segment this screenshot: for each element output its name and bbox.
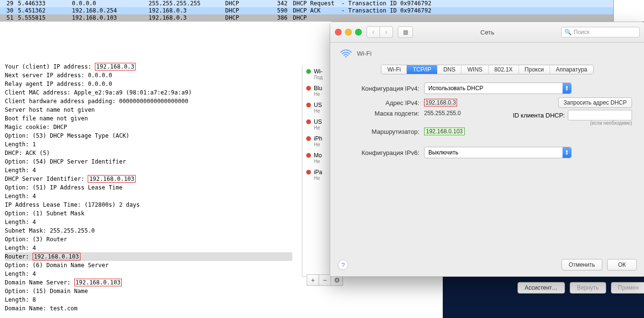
ipv4-config-value: Использовать DHCP — [428, 85, 483, 92]
status-dot-icon — [306, 86, 311, 91]
revert-button[interactable]: Вернуть — [570, 282, 606, 294]
dns-option-value: 192.168.0.103 — [74, 279, 122, 286]
detail-line: Server host name not given — [5, 106, 302, 114]
sidebar-item-label: US — [314, 102, 322, 108]
window-title: Сеть — [481, 29, 494, 36]
grid-icon: ▦ — [403, 29, 408, 35]
tab-8021x[interactable]: 802.1X — [489, 65, 519, 74]
help-button[interactable]: ? — [338, 259, 348, 270]
close-window-button[interactable] — [335, 29, 342, 35]
detail-line: DHCP Server Identifier: — [5, 176, 88, 182]
detail-line: DHCP: ACK (5) — [5, 149, 302, 157]
subnet-mask-label: Маска подсети: — [343, 110, 419, 117]
sidebar-item[interactable]: Blu — [302, 82, 331, 93]
wifi-icon — [340, 48, 352, 58]
dhcp-client-id-input[interactable] — [568, 110, 632, 120]
detail-line: Option: (53) DHCP Message Type (ACK) — [5, 131, 302, 140]
router-option-value: 192.168.0.103 — [33, 253, 80, 260]
status-dot-icon — [306, 119, 311, 124]
ipv4-address-label: Адрес IPv4: — [343, 99, 419, 106]
detail-line: Length: 4 — [5, 218, 302, 226]
tab-wifi[interactable]: Wi-Fi — [381, 65, 407, 74]
nav-back-button[interactable]: ‹ — [367, 26, 380, 38]
status-dot-icon — [306, 153, 311, 158]
detail-line: Option: (6) Domain Name Server — [5, 261, 302, 270]
sidebar-item-sub: Не — [302, 108, 331, 114]
add-interface-button[interactable]: + — [307, 274, 319, 286]
nav-forward-button[interactable]: › — [380, 26, 393, 38]
status-dot-icon — [306, 170, 311, 175]
detail-line: Subnet Mask: 255.255.255.0 — [5, 226, 302, 235]
packet-row[interactable]: 29 5.4463330.0.0.0255.255.255.255DHCP342… — [0, 0, 613, 7]
tab-tcpip[interactable]: TCP/IP — [407, 65, 437, 74]
packet-list[interactable]: 29 5.4463330.0.0.0255.255.255.255DHCP342… — [0, 0, 614, 22]
sidebar-item-label: Wi- — [314, 68, 322, 75]
detail-line: Length: 4 — [5, 244, 302, 252]
ipv4-address-value: 192.168.0.3 — [424, 99, 457, 106]
ipv4-config-select[interactable]: Использовать DHCP ▲▼ — [424, 82, 572, 94]
subnet-mask-value: 255.255.255.0 — [424, 110, 461, 117]
detail-line: Option: (3) Router — [5, 235, 302, 244]
detail-line: Option: (51) IP Address Lease Time — [5, 183, 302, 192]
detail-line: Option: (1) Subnet Mask — [5, 209, 302, 218]
status-dot-icon — [306, 136, 311, 141]
sidebar-item-sub: Под — [302, 75, 331, 80]
show-all-button[interactable]: ▦ — [398, 26, 413, 38]
svg-point-0 — [345, 56, 346, 58]
ipv6-config-select[interactable]: Выключить ▲▼ — [424, 147, 572, 158]
router-value: 192.168.0.103 — [424, 128, 465, 135]
advanced-tabs: Wi-FiTCP/IPDNSWINS802.1XПроксиАппаратура — [381, 65, 593, 74]
cancel-button[interactable]: Отменить — [562, 259, 602, 271]
tab-[interactable]: Прокси — [519, 65, 550, 74]
sidebar-item-label: Blu — [314, 85, 322, 92]
minimize-window-button[interactable] — [345, 29, 352, 35]
ok-button[interactable]: ОК — [607, 259, 637, 271]
packet-row[interactable]: 51 5.555815192.168.0.103192.168.0.3DHCP3… — [0, 14, 613, 22]
detail-line: IP Address Lease Time: (172800s) 2 days — [5, 200, 302, 209]
detail-line: Length: 4 — [5, 192, 302, 200]
packet-details-pane[interactable]: Your (client) IP address: 192.168.0.3 Ne… — [0, 62, 302, 317]
detail-line: Domain Name Server: — [5, 279, 74, 286]
sidebar-item-label: iPh — [314, 135, 322, 142]
apply-button[interactable]: Примен — [611, 282, 644, 294]
sidebar-item-sub: Не — [302, 142, 331, 147]
search-icon: 🔍 — [564, 29, 572, 35]
network-advanced-sheet: ‹ › ▦ Сеть 🔍 Поиск Wi-Fi Wi-FiTCP/IPDNSW… — [330, 22, 644, 277]
dhcp-client-id-label: ID клиента DHCP: — [513, 112, 565, 119]
sidebar-item[interactable]: US — [302, 116, 331, 126]
detail-line: Domain Name: test.com — [5, 304, 302, 313]
detail-line: Boot file name not given — [5, 114, 302, 123]
search-placeholder: Поиск — [574, 29, 589, 35]
detail-line: Length: 8 — [5, 295, 302, 304]
sidebar-item-label: US — [314, 118, 322, 125]
zoom-window-button[interactable] — [355, 29, 362, 35]
renew-dhcp-button[interactable]: Запросить адрес DHCP — [558, 97, 632, 108]
sidebar-item[interactable]: Mo — [302, 149, 331, 160]
status-dot-icon — [306, 103, 311, 107]
network-interfaces-sidebar[interactable]: Wi-ПодBluНеUSНеUSНеiPhНеMoНеiPaНе — [302, 65, 331, 277]
sidebar-item-sub: Не — [302, 92, 331, 97]
client-ip-value: 192.168.0.3 — [95, 63, 136, 71]
sidebar-item[interactable]: iPh — [302, 132, 331, 143]
remove-interface-button[interactable]: − — [319, 274, 331, 286]
assistant-button[interactable]: Ассистент… — [518, 282, 565, 294]
router-label: Маршрутизатор: — [343, 128, 419, 135]
chevron-left-icon: ‹ — [372, 29, 374, 35]
nav-back-forward: ‹ › — [367, 26, 393, 38]
ipv6-config-label: Конфигурация IPv6: — [343, 149, 419, 156]
sidebar-item[interactable]: US — [302, 99, 331, 109]
detail-line: Length: 1 — [5, 140, 302, 149]
tab-dns[interactable]: DNS — [437, 65, 461, 74]
packet-row[interactable]: 30 5.451362192.168.0.254192.168.0.3DHCP5… — [0, 7, 613, 14]
sidebar-item[interactable]: iPa — [302, 166, 331, 177]
dhcp-server-id-value: 192.168.0.103 — [88, 175, 136, 183]
search-field[interactable]: 🔍 Поиск — [561, 27, 640, 37]
tab-[interactable]: Аппаратура — [550, 65, 593, 74]
updown-icon: ▲▼ — [563, 147, 571, 158]
sidebar-item[interactable]: Wi- — [302, 65, 331, 76]
ipv6-config-value: Выключить — [428, 149, 458, 156]
sidebar-item-sub: Не — [302, 159, 331, 164]
tab-wins[interactable]: WINS — [461, 65, 488, 74]
window-traffic-lights — [335, 29, 362, 35]
detail-line: Magic cookie: DHCP — [5, 123, 302, 131]
